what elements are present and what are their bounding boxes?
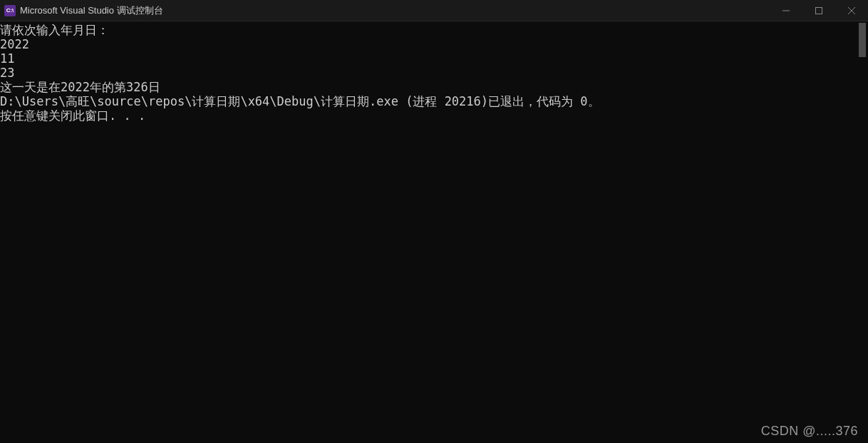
app-icon: C:\ [4, 5, 16, 16]
svg-rect-1 [816, 7, 822, 14]
close-icon [848, 7, 855, 14]
maximize-icon [815, 7, 822, 14]
console-line: 请依次输入年月日： [0, 23, 868, 37]
titlebar: C:\ Microsoft Visual Studio 调试控制台 [0, 0, 868, 21]
minimize-icon [782, 7, 790, 14]
console-line: 2022 [0, 37, 868, 51]
window-title: Microsoft Visual Studio 调试控制台 [20, 4, 163, 17]
console-line: 23 [0, 66, 868, 80]
window-controls [770, 0, 868, 21]
console-line: 11 [0, 51, 868, 66]
scrollbar-thumb[interactable] [859, 23, 866, 57]
console-body[interactable]: 请依次输入年月日： 2022 11 23 这一天是在2022年的第326日 D:… [0, 21, 868, 443]
console-line: 这一天是在2022年的第326日 [0, 80, 868, 94]
app-icon-label: C:\ [6, 7, 14, 14]
titlebar-left: C:\ Microsoft Visual Studio 调试控制台 [4, 4, 163, 17]
minimize-button[interactable] [770, 0, 802, 21]
console-line: 按任意键关闭此窗口. . . [0, 108, 868, 123]
maximize-button[interactable] [802, 0, 835, 21]
scrollbar[interactable] [857, 21, 867, 443]
watermark: CSDN @.....376 [761, 424, 858, 439]
close-button[interactable] [835, 0, 868, 21]
console-line: D:\Users\高旺\source\repos\计算日期\x64\Debug\… [0, 94, 868, 108]
